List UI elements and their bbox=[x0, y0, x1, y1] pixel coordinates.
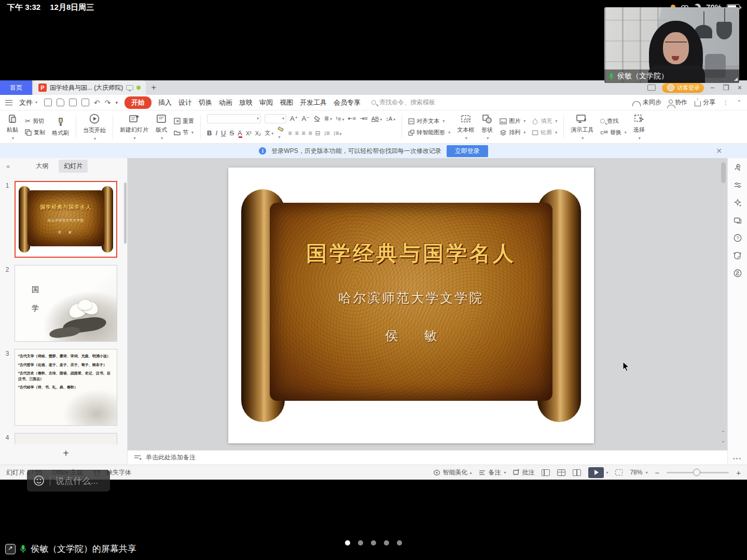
wps-home-button[interactable]: 首页 bbox=[0, 80, 32, 95]
shapes-button[interactable]: 形状 bbox=[478, 114, 496, 141]
character-border-button[interactable]: AB bbox=[371, 116, 382, 122]
smart-beautify-star-icon[interactable] bbox=[732, 198, 742, 207]
tab-review[interactable]: 审阅 bbox=[259, 98, 273, 107]
more-menu-icon[interactable]: ⋮ bbox=[723, 99, 729, 106]
tab-design[interactable]: 设计 bbox=[178, 98, 192, 107]
preview-icon[interactable] bbox=[81, 99, 89, 106]
align-left-button[interactable]: ≡ bbox=[288, 130, 291, 137]
decrease-font-button[interactable]: A⁻ bbox=[302, 115, 310, 122]
numbered-list-button[interactable]: ¹≡ bbox=[336, 116, 344, 122]
comments-button[interactable]: 批注 bbox=[513, 468, 534, 477]
tab-slideshow[interactable]: 放映 bbox=[239, 98, 253, 107]
minimize-button[interactable]: − bbox=[710, 83, 714, 92]
fill-button[interactable]: 填充 bbox=[532, 117, 557, 125]
section-button[interactable]: 节 bbox=[174, 129, 194, 136]
decrease-indent-button[interactable]: ⇤≡ bbox=[348, 115, 356, 122]
play-from-current-button[interactable]: 当页开始 bbox=[79, 113, 109, 141]
align-right-button[interactable]: ≡ bbox=[301, 130, 305, 137]
slide-4-thumbnail[interactable] bbox=[15, 433, 117, 444]
help-icon[interactable]: ? bbox=[732, 233, 742, 243]
slide-3-thumbnail[interactable]: *古代文学（诗经、楚辞、唐诗、宋词、元曲、明清小说） *古代哲学（论语、老子、孟… bbox=[15, 349, 117, 426]
arrange-button[interactable]: 排列 bbox=[500, 129, 525, 136]
canvas-scrollbar[interactable] bbox=[721, 162, 726, 183]
page-dot-active[interactable] bbox=[345, 540, 350, 545]
sliders-settings-icon[interactable] bbox=[732, 180, 742, 190]
zoom-in-button[interactable]: + bbox=[736, 468, 741, 477]
align-center-button[interactable]: ≡ bbox=[295, 130, 298, 137]
slide-layout-button[interactable]: 版式 bbox=[152, 114, 171, 141]
superscript-button[interactable]: X² bbox=[246, 130, 252, 136]
zoom-level[interactable]: 78% bbox=[630, 469, 647, 476]
text-direction-button[interactable]: ↕A bbox=[385, 116, 395, 122]
add-slide-button[interactable]: + bbox=[15, 447, 117, 459]
switch-window-icon[interactable] bbox=[732, 215, 742, 225]
highlight-button[interactable] bbox=[277, 127, 284, 140]
next-slide-button[interactable]: ⌄ bbox=[720, 439, 726, 443]
tab-slides[interactable]: 幻灯片 bbox=[59, 160, 88, 173]
find-button[interactable]: 查找 bbox=[600, 117, 626, 125]
document-tab[interactable]: P 国学经典与国... (大庆师院) bbox=[33, 80, 146, 95]
coin-rewards-icon[interactable] bbox=[732, 268, 742, 278]
clear-format-button[interactable] bbox=[313, 115, 321, 122]
slide-sorter-view-button[interactable] bbox=[557, 469, 565, 476]
video-resize-handle-icon[interactable]: ◢ bbox=[734, 76, 738, 81]
save-icon[interactable] bbox=[57, 99, 64, 106]
font-size-select[interactable] bbox=[265, 114, 286, 123]
previous-slide-button[interactable]: ⌃ bbox=[720, 431, 726, 435]
slide-1-thumbnail[interactable]: 国学经典与国学名人 哈尔滨师范大学文学院 侯 敏 bbox=[15, 181, 117, 258]
cut-button[interactable]: ✂剪切 bbox=[25, 117, 45, 125]
slide-canvas[interactable]: 国学经典与国学名人 哈尔滨师范大学文学院 侯 敏 bbox=[228, 167, 594, 443]
undo-button[interactable]: ↶ bbox=[94, 99, 100, 107]
tab-home[interactable]: 开始 bbox=[125, 96, 151, 109]
guest-login-button[interactable]: 访客登录 bbox=[662, 83, 704, 93]
slide-panel-scrollbar[interactable] bbox=[124, 183, 127, 244]
text-box-button[interactable]: A≡ 文本框 bbox=[453, 114, 478, 141]
close-button[interactable]: × bbox=[738, 83, 742, 92]
convert-smart-graphic-button[interactable]: 转智能图形 bbox=[408, 129, 450, 136]
line-spacing-2-button[interactable]: ↕≡ bbox=[333, 130, 341, 137]
slide-subtitle[interactable]: 哈尔滨师范大学文学院 bbox=[270, 289, 552, 306]
subscript-button[interactable]: X₂ bbox=[255, 130, 261, 136]
emoji-smiley-icon[interactable] bbox=[33, 475, 45, 486]
normal-view-button[interactable] bbox=[542, 469, 550, 476]
outline-button[interactable]: 轮廓 bbox=[532, 129, 557, 136]
tab-insert[interactable]: 插入 bbox=[158, 98, 172, 107]
select-button[interactable]: 选择 bbox=[630, 114, 648, 141]
redo-button[interactable]: ↷ bbox=[105, 99, 111, 107]
increase-indent-button[interactable]: ⇥≡ bbox=[359, 115, 368, 122]
slide-author[interactable]: 侯 敏 bbox=[270, 327, 552, 344]
tab-member[interactable]: 会员专享 bbox=[334, 98, 361, 107]
copy-button[interactable]: 复制 bbox=[25, 129, 45, 136]
tab-transition[interactable]: 切换 bbox=[199, 98, 212, 107]
notes-bar[interactable]: 单击此处添加备注 bbox=[128, 450, 727, 465]
increase-font-button[interactable]: A⁺ bbox=[290, 115, 298, 122]
smart-beautify-button[interactable]: 智能美化▴ bbox=[433, 468, 472, 477]
align-justify-button[interactable]: ≡ bbox=[308, 130, 311, 137]
italic-button[interactable]: I bbox=[215, 129, 217, 137]
reset-slide-button[interactable]: 重置 bbox=[174, 117, 194, 125]
split-window-icon[interactable] bbox=[647, 85, 656, 91]
align-text-button[interactable]: 对齐文本 bbox=[408, 117, 450, 125]
line-spacing-1-button[interactable]: ↕≡ bbox=[324, 130, 329, 137]
bold-button[interactable]: B bbox=[207, 129, 212, 137]
strip-more-dots-icon[interactable]: ••• bbox=[733, 455, 742, 461]
new-slide-button[interactable]: 新建幻灯片 bbox=[116, 114, 152, 141]
tab-view[interactable]: 视图 bbox=[280, 98, 293, 107]
tab-outline[interactable]: 大纲 bbox=[31, 160, 53, 173]
tab-animation[interactable]: 动画 bbox=[219, 98, 232, 107]
paste-button[interactable]: 粘贴 bbox=[3, 114, 22, 141]
format-painter-button[interactable]: 格式刷 bbox=[48, 117, 73, 137]
bullet-list-button[interactable]: ≣ bbox=[324, 115, 332, 122]
zoom-slider-knob[interactable] bbox=[693, 469, 700, 476]
collapse-ribbon-icon[interactable]: ⌃ bbox=[737, 99, 742, 106]
strikethrough-button[interactable]: S bbox=[229, 129, 234, 137]
collapse-panel-button[interactable]: « bbox=[6, 162, 10, 170]
tab-developer[interactable]: 开发工具 bbox=[300, 98, 327, 107]
presentation-tools-button[interactable]: 演示工具 bbox=[567, 114, 597, 141]
maximize-button[interactable]: ❐ bbox=[723, 83, 729, 92]
pinyin-guide-button[interactable]: 文 bbox=[265, 129, 273, 137]
slide-2-thumbnail[interactable]: 国 学 bbox=[15, 265, 117, 342]
notification-close-icon[interactable]: ✕ bbox=[716, 147, 722, 155]
fit-to-window-icon[interactable] bbox=[615, 469, 622, 475]
slideshow-play-button[interactable] bbox=[588, 467, 604, 478]
